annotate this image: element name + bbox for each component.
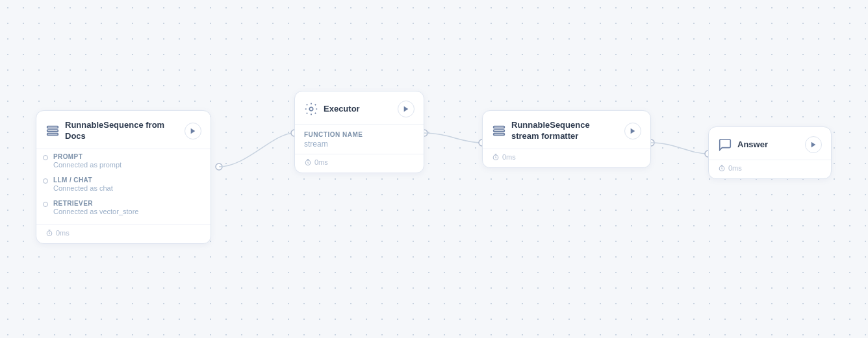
prompt-label: PROMPT bbox=[53, 153, 121, 160]
llm-label: LLM / CHAT bbox=[53, 176, 113, 184]
input-retriever: RETRIEVER Connected as vector_store bbox=[36, 196, 211, 219]
answer-title: Answer bbox=[737, 139, 768, 151]
answer-header: Answer bbox=[709, 127, 831, 160]
retriever-sublabel: Connected as vector_store bbox=[53, 208, 138, 215]
stream-formatter-timer-icon bbox=[492, 153, 500, 161]
input-dot-llm bbox=[43, 178, 48, 184]
node-executor: Executor FUNCTION NAME stream 0ms bbox=[294, 91, 424, 173]
answer-timer-text: 0ms bbox=[728, 164, 742, 172]
prompt-sublabel: Connected as prompt bbox=[53, 161, 121, 169]
llm-sublabel: Connected as chat bbox=[53, 184, 113, 192]
node-answer: Answer 0ms bbox=[708, 127, 832, 179]
svg-rect-6 bbox=[47, 127, 58, 128]
stream-formatter-run-button[interactable] bbox=[624, 123, 641, 139]
timer-icon bbox=[45, 229, 53, 237]
input-prompt: PROMPT Connected as prompt bbox=[36, 149, 211, 173]
node-stream-formatter: RunnableSequence stream formatter 0ms bbox=[482, 110, 651, 168]
svg-rect-16 bbox=[494, 134, 505, 136]
svg-rect-15 bbox=[494, 130, 505, 132]
executor-fn-section: FUNCTION NAME stream bbox=[295, 125, 424, 154]
node-footer: 0ms bbox=[36, 225, 211, 243]
answer-icon bbox=[718, 138, 732, 152]
fn-value: stream bbox=[295, 139, 424, 154]
runnable-sequence-icon bbox=[45, 124, 60, 138]
node-title: RunnableSequence from Docs bbox=[65, 120, 179, 142]
answer-timer-icon bbox=[718, 164, 726, 172]
node-runnable-sequence: RunnableSequence from Docs PROMPT Connec… bbox=[36, 110, 211, 244]
svg-point-11 bbox=[309, 107, 313, 111]
node-inputs: PROMPT Connected as prompt LLM / CHAT Co… bbox=[36, 149, 211, 224]
stream-formatter-footer: 0ms bbox=[483, 149, 650, 167]
svg-rect-8 bbox=[47, 134, 58, 136]
executor-title: Executor bbox=[324, 104, 360, 115]
executor-footer: 0ms bbox=[295, 154, 424, 173]
svg-marker-9 bbox=[191, 128, 196, 134]
stream-formatter-icon bbox=[492, 124, 506, 138]
svg-marker-19 bbox=[811, 142, 816, 147]
executor-icon bbox=[304, 102, 318, 116]
timer-text: 0ms bbox=[56, 229, 70, 237]
node-header: RunnableSequence from Docs bbox=[36, 111, 211, 149]
svg-rect-7 bbox=[47, 130, 58, 132]
svg-point-0 bbox=[216, 163, 222, 170]
input-dot-prompt bbox=[43, 155, 48, 160]
input-dot-retriever bbox=[43, 202, 48, 207]
stream-formatter-timer-text: 0ms bbox=[502, 153, 516, 161]
run-button[interactable] bbox=[185, 123, 201, 139]
svg-rect-14 bbox=[494, 127, 505, 128]
stream-formatter-header: RunnableSequence stream formatter bbox=[483, 111, 650, 149]
input-llm: LLM / CHAT Connected as chat bbox=[36, 173, 211, 196]
executor-header: Executor bbox=[295, 91, 424, 124]
answer-footer: 0ms bbox=[709, 160, 831, 178]
retriever-label: RETRIEVER bbox=[53, 200, 138, 207]
executor-timer-icon bbox=[304, 158, 312, 166]
executor-run-button[interactable] bbox=[398, 101, 415, 117]
stream-formatter-title: RunnableSequence stream formatter bbox=[511, 120, 619, 142]
fn-label: FUNCTION NAME bbox=[295, 125, 424, 139]
executor-timer-text: 0ms bbox=[314, 158, 328, 166]
svg-marker-12 bbox=[404, 106, 409, 112]
answer-run-button[interactable] bbox=[805, 136, 822, 153]
svg-marker-17 bbox=[631, 128, 635, 134]
